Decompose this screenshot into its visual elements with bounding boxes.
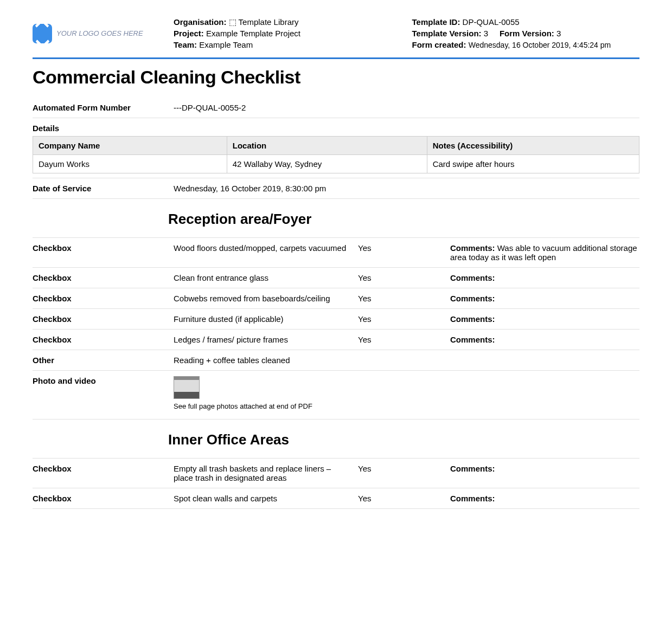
checkbox-label: Checkbox [33, 243, 168, 262]
photo-caption: See full page photos attached at end of … [174, 402, 639, 410]
comments-cell: Comments: [450, 464, 639, 482]
comments-label: Comments: [450, 273, 495, 282]
comments-label: Comments: [450, 294, 495, 303]
details-block: Details Company Name Location Notes (Acc… [33, 118, 639, 178]
template-version-label: Template Version: [412, 29, 482, 38]
comments-label: Comments: [450, 335, 495, 344]
comments-label: Comments: [450, 464, 495, 473]
task-text: Cobwebs removed from baseboards/ceiling [174, 294, 353, 303]
team-value: Example Team [199, 40, 253, 49]
section-inner-office-title: Inner Office Areas [168, 429, 289, 450]
checkbox-label: Checkbox [33, 494, 168, 503]
auto-form-value: ---DP-QUAL-0055-2 [174, 103, 639, 112]
comments-label: Comments: [450, 314, 495, 324]
template-id-label: Template ID: [412, 17, 460, 27]
meta-left: Organisation: ⬚ Template Library Project… [174, 16, 401, 51]
checklist-row: CheckboxEmpty all trash baskets and repl… [33, 459, 639, 488]
task-text: Furniture dusted (if applicable) [174, 314, 353, 324]
project-label: Project: [174, 29, 204, 38]
organisation-label: Organisation: [174, 17, 227, 27]
td-location: 42 Wallaby Way, Sydney [227, 154, 427, 173]
checklist-row: CheckboxLedges / frames/ picture framesY… [33, 330, 639, 350]
comments-cell: Comments: [450, 314, 639, 324]
form-version-label: Form Version: [500, 29, 554, 38]
checkbox-label: Checkbox [33, 273, 168, 282]
comments-cell: Comments: [450, 494, 639, 503]
meta-right: Template ID: DP-QUAL-0055 Template Versi… [412, 16, 640, 51]
page-title: Commercial Cleaning Checklist [33, 67, 639, 88]
logo-placeholder-text: YOUR LOGO GOES HERE [56, 29, 143, 37]
answer-text: Yes [358, 494, 445, 503]
section-inner-office-header: Inner Office Areas [33, 420, 639, 459]
answer-text: Yes [358, 294, 445, 303]
comments-label: Comments: [450, 494, 495, 503]
form-created-value: Wednesday, 16 October 2019, 4:45:24 pm [469, 41, 611, 49]
answer-text: Yes [358, 314, 445, 324]
team-label: Team: [174, 40, 197, 49]
reception-other-value: Reading + coffee tables cleaned [174, 356, 639, 365]
comments-cell: Comments: [450, 294, 639, 303]
details-table: Company Name Location Notes (Accessibili… [33, 136, 639, 173]
date-of-service-value: Wednesday, 16 October 2019, 8:30:00 pm [174, 184, 639, 193]
comments-cell: Comments: Was able to vacuum additional … [450, 243, 639, 262]
photo-thumbnail [174, 376, 200, 399]
th-notes: Notes (Accessibility) [427, 136, 639, 154]
checkbox-label: Checkbox [33, 335, 168, 344]
document-header: YOUR LOGO GOES HERE Organisation: ⬚ Temp… [33, 16, 639, 59]
photo-video-label: Photo and video [33, 376, 168, 410]
date-of-service-label: Date of Service [33, 184, 168, 193]
answer-text: Yes [358, 464, 445, 482]
answer-text: Yes [358, 335, 445, 344]
details-heading: Details [33, 124, 639, 133]
project-value: Example Template Project [206, 29, 300, 38]
th-location: Location [227, 136, 427, 154]
task-text: Spot clean walls and carpets [174, 494, 353, 503]
checklist-row: CheckboxClean front entrance glassYesCom… [33, 268, 639, 288]
task-text: Empty all trash baskets and replace line… [174, 464, 353, 482]
comments-cell: Comments: [450, 273, 639, 282]
td-notes: Card swipe after hours [427, 154, 639, 173]
checklist-row: CheckboxSpot clean walls and carpetsYesC… [33, 488, 639, 509]
task-text: Wood floors dusted/mopped, carpets vacuu… [174, 243, 353, 262]
logo-block: YOUR LOGO GOES HERE [33, 16, 163, 51]
other-label: Other [33, 356, 168, 365]
comments-label: Comments: [450, 243, 495, 253]
auto-form-label: Automated Form Number [33, 103, 168, 112]
template-version-value: 3 [484, 29, 488, 38]
th-company: Company Name [33, 136, 227, 154]
task-text: Ledges / frames/ picture frames [174, 335, 353, 344]
form-created-label: Form created: [412, 40, 466, 49]
reception-photo-row: Photo and video See full page photos att… [33, 371, 639, 420]
task-text: Clean front entrance glass [174, 273, 353, 282]
answer-text: Yes [358, 243, 445, 262]
logo-icon [33, 24, 52, 43]
date-of-service-row: Date of Service Wednesday, 16 October 20… [33, 178, 639, 199]
comments-cell: Comments: [450, 335, 639, 344]
checkbox-label: Checkbox [33, 314, 168, 324]
td-company: Dayum Works [33, 154, 227, 173]
checklist-row: CheckboxCobwebs removed from baseboards/… [33, 288, 639, 309]
answer-text: Yes [358, 273, 445, 282]
organisation-value: ⬚ Template Library [229, 17, 299, 27]
section-reception-header: Reception area/Foyer [33, 199, 639, 238]
checkbox-label: Checkbox [33, 464, 168, 482]
form-version-value: 3 [556, 29, 561, 38]
checkbox-label: Checkbox [33, 294, 168, 303]
section-reception-title: Reception area/Foyer [168, 209, 311, 230]
auto-form-row: Automated Form Number ---DP-QUAL-0055-2 [33, 98, 639, 118]
checklist-row: CheckboxFurniture dusted (if applicable)… [33, 309, 639, 330]
template-id-value: DP-QUAL-0055 [463, 17, 520, 27]
reception-other-row: Other Reading + coffee tables cleaned [33, 350, 639, 371]
checklist-row: CheckboxWood floors dusted/mopped, carpe… [33, 238, 639, 268]
